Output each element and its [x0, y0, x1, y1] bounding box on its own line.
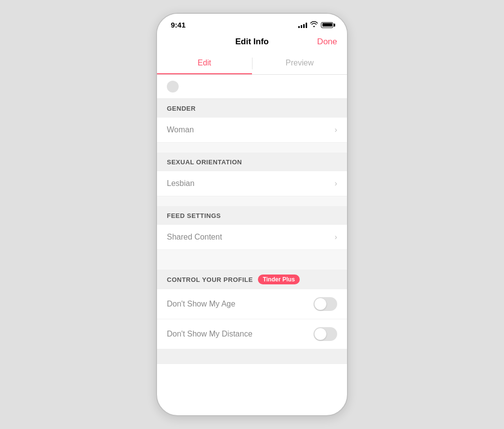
signal-bar-4: [306, 23, 307, 28]
tab-bar: Edit Preview: [157, 53, 347, 75]
signal-bar-3: [303, 24, 305, 28]
page-title: Edit Info: [235, 37, 269, 47]
gender-value: Woman: [167, 125, 194, 134]
gender-row[interactable]: Woman ›: [157, 118, 347, 143]
tab-preview[interactable]: Preview: [252, 53, 347, 74]
spacer-3: [157, 250, 347, 270]
battery-icon: [321, 22, 333, 28]
partial-row: [157, 75, 347, 99]
nav-bar: Edit Info Done: [157, 33, 347, 53]
dont-show-distance-toggle[interactable]: [314, 327, 337, 341]
spacer-1: [157, 143, 347, 153]
tab-edit[interactable]: Edit: [157, 53, 252, 74]
phone-frame: 9:41 Edit Info Done: [156, 13, 348, 416]
signal-bar-1: [298, 26, 300, 28]
dont-show-age-row: Don't Show My Age: [157, 289, 347, 319]
dont-show-distance-toggle-knob: [315, 328, 326, 340]
content-area: GENDER Woman › SEXUAL ORIENTATION Lesbia…: [157, 75, 347, 364]
shared-content-value: Shared Content: [167, 233, 222, 242]
shared-content-chevron-icon: ›: [335, 233, 337, 242]
dont-show-age-label: Don't Show My Age: [167, 300, 235, 308]
signal-bars-icon: [298, 22, 307, 28]
sexual-orientation-row[interactable]: Lesbian ›: [157, 171, 347, 196]
gender-section-header: GENDER: [157, 99, 347, 118]
sexual-orientation-value: Lesbian: [167, 179, 194, 188]
control-profile-label: CONTROL YOUR PROFILE: [167, 276, 253, 283]
status-icons: [298, 21, 333, 29]
sexual-orientation-label: SEXUAL ORIENTATION: [167, 158, 242, 166]
done-button[interactable]: Done: [317, 37, 337, 47]
signal-bar-2: [301, 25, 302, 28]
control-profile-section-header: CONTROL YOUR PROFILE Tinder Plus: [157, 270, 347, 289]
sexual-orientation-chevron-icon: ›: [335, 179, 337, 188]
feed-settings-label: FEED SETTINGS: [167, 212, 221, 219]
gender-label: GENDER: [167, 105, 196, 112]
gender-chevron-icon: ›: [335, 125, 337, 134]
spacer-2: [157, 196, 347, 206]
dont-show-age-toggle-knob: [315, 298, 326, 310]
status-bar: 9:41: [157, 14, 347, 33]
dont-show-distance-label: Don't Show My Distance: [167, 330, 252, 338]
wifi-icon: [310, 21, 318, 29]
status-time: 9:41: [171, 21, 186, 29]
dont-show-distance-row: Don't Show My Distance: [157, 319, 347, 349]
battery-fill: [322, 23, 332, 27]
dont-show-age-toggle[interactable]: [314, 297, 337, 311]
shared-content-row[interactable]: Shared Content ›: [157, 225, 347, 250]
tinder-plus-badge: Tinder Plus: [258, 275, 300, 284]
bottom-spacer: [157, 349, 347, 364]
feed-settings-section-header: FEED SETTINGS: [157, 206, 347, 225]
sexual-orientation-section-header: SEXUAL ORIENTATION: [157, 153, 347, 171]
partial-icon: [167, 81, 179, 92]
